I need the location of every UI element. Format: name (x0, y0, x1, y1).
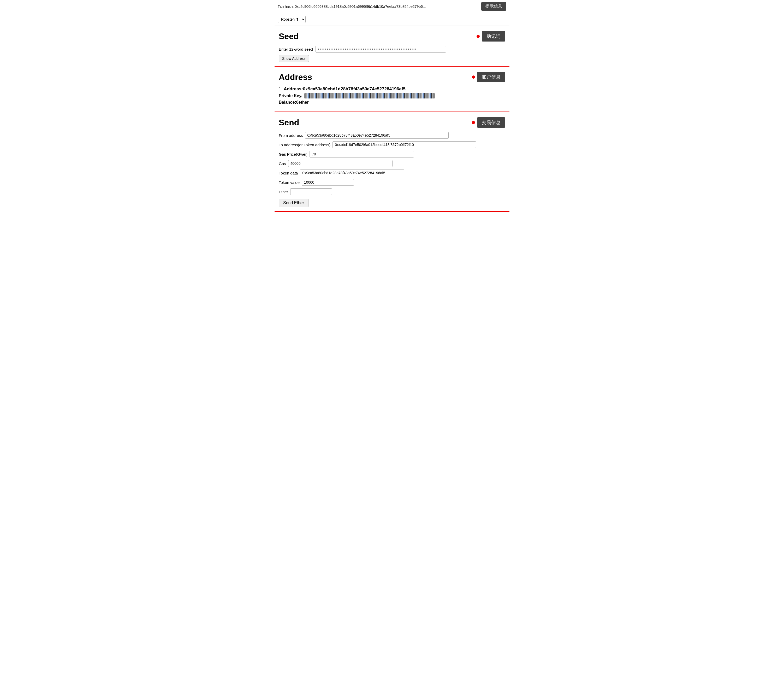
address-section-header: Address 账户信息 (279, 72, 505, 82)
send-title: Send (279, 118, 299, 128)
seed-red-dot (476, 35, 480, 38)
gas-label: Gas (279, 161, 286, 166)
ether-label: Ether (279, 190, 288, 194)
address-label: Address:0x9ca53a80ebd1d28b78f43a50e74e52… (284, 86, 406, 91)
from-address-label: From address (279, 133, 303, 138)
network-select[interactable]: Ropsten ⬆ Mainnet Kovan Rinkeby (278, 16, 306, 23)
to-address-label: To address(or Token address) (279, 143, 330, 147)
address-index: 1. (279, 86, 284, 91)
send-ether-button[interactable]: Send Ether (279, 199, 308, 207)
send-form: From address To address(or Token address… (279, 132, 505, 207)
txn-hash-text: Txn hash: 0xc2c906fd6606388cda1918a0c590… (278, 5, 478, 9)
send-red-dot (472, 121, 475, 124)
from-address-input[interactable] (305, 132, 449, 139)
token-value-row: Token value (279, 179, 505, 186)
gas-price-label: Gas Price(Gwei) (279, 152, 308, 156)
to-address-input[interactable] (333, 141, 476, 148)
token-data-input[interactable] (300, 170, 404, 176)
address-badge-wrapper: 账户信息 (472, 72, 505, 82)
token-value-input[interactable] (302, 179, 354, 186)
address-list: 1. Address:0x9ca53a80ebd1d28b78f43a50e74… (279, 86, 505, 105)
private-key-row: Private Key. (279, 93, 505, 98)
address-section: Address 账户信息 1. Address:0x9ca53a80ebd1d2… (275, 67, 509, 112)
address-item-header: 1. Address:0x9ca53a80ebd1d28b78f43a50e74… (279, 86, 505, 92)
send-badge-wrapper: 交易信息 (472, 117, 505, 128)
seed-title: Seed (279, 31, 299, 41)
token-data-row: Token data (279, 170, 505, 176)
send-badge: 交易信息 (477, 117, 505, 128)
balance-row: Balance:0ether (279, 100, 505, 105)
token-data-label: Token data (279, 171, 298, 175)
address-item: 1. Address:0x9ca53a80ebd1d28b78f43a50e74… (279, 86, 505, 105)
seed-input-row: Enter 12-word seed (279, 46, 505, 53)
to-address-row: To address(or Token address) (279, 141, 505, 148)
address-value: 0x9ca53a80ebd1d28b78f43a50e74e527284196a… (303, 86, 406, 91)
pk-label: Private Key. (279, 94, 302, 98)
txn-bar: Txn hash: 0xc2c906fd6606388cda1918a0c590… (275, 0, 509, 13)
txn-tooltip-badge: 提示信息 (481, 2, 506, 11)
send-section: Send 交易信息 From address To address(or Tok… (275, 112, 509, 212)
balance-label: Balance: (279, 100, 296, 105)
seed-input[interactable] (316, 46, 446, 53)
show-address-button[interactable]: Show Address (279, 55, 309, 62)
token-value-label: Token value (279, 180, 300, 185)
gas-row: Gas (279, 160, 505, 167)
ether-input[interactable] (290, 188, 332, 195)
seed-input-label: Enter 12-word seed (279, 47, 313, 51)
address-badge: 账户信息 (477, 72, 505, 82)
seed-badge-wrapper: 助记词 (476, 31, 505, 42)
address-title: Address (279, 72, 312, 82)
gas-price-row: Gas Price(Gwei) (279, 151, 505, 158)
address-red-dot (472, 75, 475, 79)
seed-section-header: Seed 助记词 (279, 31, 505, 42)
ether-row: Ether (279, 188, 505, 195)
pk-obscured-value (304, 93, 435, 98)
gas-input[interactable] (288, 160, 392, 167)
gas-price-input[interactable] (310, 151, 414, 158)
send-section-header: Send 交易信息 (279, 117, 505, 128)
seed-section: Seed 助记词 Enter 12-word seed Show Address (275, 26, 509, 67)
balance-value: 0ether (296, 100, 309, 105)
seed-badge: 助记词 (482, 31, 505, 42)
from-address-row: From address (279, 132, 505, 139)
network-selector-row: Ropsten ⬆ Mainnet Kovan Rinkeby (275, 13, 509, 26)
